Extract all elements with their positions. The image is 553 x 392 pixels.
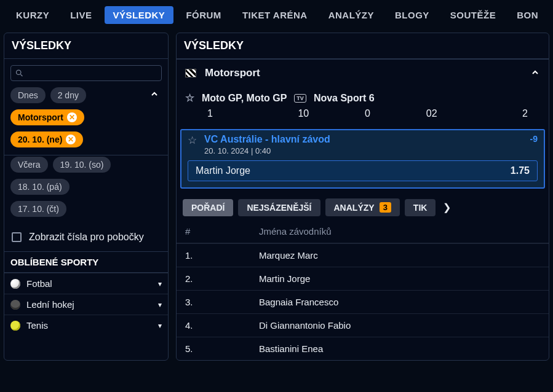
chip-date-1910[interactable]: 19. 10. (so) (53, 157, 111, 173)
sport-header[interactable]: Motorsport (177, 59, 549, 87)
market-col: 1 (207, 108, 271, 119)
market-col: 2 (464, 108, 540, 119)
remove-filter-date-icon[interactable]: ✕ (66, 135, 76, 144)
tab-poradi[interactable]: POŘADÍ (183, 199, 233, 216)
tv-icon: TV (294, 94, 306, 103)
nav-vysledky[interactable]: VÝSLEDKY (105, 6, 174, 24)
fav-sports-heading: OBLÍBENÉ SPORTY (4, 251, 168, 273)
tab-analyzy-label: ANALÝZY (334, 203, 375, 213)
event-card[interactable]: ☆ VC Austrálie - hlavní závod 20. 10. 20… (180, 129, 545, 189)
table-header: # Jména závodníků (177, 220, 549, 243)
filter-chip-date-label: 20. 10. (ne) (18, 135, 62, 144)
filter-chip-sport-label: Motorsport (18, 112, 63, 122)
nav-bon[interactable]: BON (508, 6, 547, 24)
fav-sport-label: Tenis (26, 320, 48, 331)
odd-selection-odds: 1.75 (511, 165, 530, 176)
cell-pos: 1. (185, 250, 259, 261)
puck-icon (10, 300, 20, 310)
market-col: 02 (400, 108, 464, 119)
table-row: 2. Martin Jorge (177, 267, 549, 290)
odd-selection[interactable]: Martin Jorge 1.75 (188, 160, 538, 181)
top-nav: KURZY LIVE VÝSLEDKY FÓRUM TIKET ARÉNA AN… (0, 0, 553, 33)
search-input[interactable] (24, 68, 157, 78)
th-position: # (185, 226, 259, 237)
cell-pos: 4. (185, 320, 259, 331)
main-panel: VÝSLEDKY Motorsport ☆ Moto GP, Moto GP T… (176, 33, 549, 361)
checkered-flag-icon (185, 69, 196, 77)
nav-souteze[interactable]: SOUTĚŽE (442, 6, 504, 24)
tab-tik[interactable]: TIK (405, 199, 436, 216)
cell-name: Martin Jorge (259, 273, 540, 284)
league-row: ☆ Moto GP, Moto GP TV Nova Sport 6 (177, 87, 549, 106)
chevron-down-icon: ▾ (158, 321, 162, 330)
chip-date-1710[interactable]: 17. 10. (čt) (10, 201, 66, 217)
table-row: 4. Di Giannantonio Fabio (177, 313, 549, 337)
nav-kurzy[interactable]: KURZY (7, 6, 58, 24)
search-box[interactable] (10, 65, 162, 81)
tab-analyzy[interactable]: ANALÝZY 3 (325, 198, 400, 216)
main-title: VÝSLEDKY (177, 33, 549, 59)
fav-sport-fotbal[interactable]: Fotbal ▾ (4, 273, 168, 294)
tab-nejsazenejsi[interactable]: NEJSÁZENĚJŠÍ (238, 199, 320, 216)
branch-numbers-label: Zobrazit čísla pro pobočky (29, 232, 144, 243)
tennis-icon (10, 321, 20, 331)
fav-sport-label: Fotbal (26, 278, 52, 289)
cell-name: Marquez Marc (259, 250, 540, 261)
cell-name: Di Giannantonio Fabio (259, 320, 540, 331)
chip-date-1810[interactable]: 18. 10. (pá) (10, 179, 70, 195)
remove-filter-sport-icon[interactable]: ✕ (67, 112, 77, 122)
chip-yesterday[interactable]: Včera (10, 157, 48, 173)
filter-chip-sport[interactable]: Motorsport ✕ (10, 109, 84, 125)
nav-analyzy[interactable]: ANALÝZY (320, 6, 383, 24)
sidebar-title: VÝSLEDKY (4, 33, 168, 59)
analyses-count-badge: 3 (380, 202, 391, 213)
league-name: Moto GP, Moto GP (202, 93, 287, 104)
result-tabs: POŘADÍ NEJSÁZENĚJŠÍ ANALÝZY 3 TIK ❯ (177, 195, 549, 220)
sport-name: Motorsport (205, 67, 260, 79)
cell-name: Bastianini Enea (259, 343, 540, 354)
checkbox-icon (12, 232, 22, 242)
cell-pos: 5. (185, 343, 259, 354)
collapse-sport-icon[interactable] (530, 68, 540, 79)
fav-sport-label: Lední hokej (26, 299, 74, 310)
nav-forum[interactable]: FÓRUM (177, 6, 230, 24)
chip-today[interactable]: Dnes (10, 87, 46, 103)
search-icon (15, 68, 24, 78)
branch-numbers-toggle[interactable]: Zobrazit čísla pro pobočky (4, 223, 168, 251)
table-row: 5. Bastianini Enea (177, 337, 549, 360)
collapse-dates-icon[interactable] (149, 89, 159, 101)
nav-live[interactable]: LIVE (62, 6, 100, 24)
star-icon[interactable]: ☆ (188, 134, 197, 147)
table-row: 3. Bagnaia Francesco (177, 290, 549, 313)
event-datetime: 20. 10. 2024 | 0:40 (204, 146, 330, 155)
event-title: VC Austrálie - hlavní závod (204, 134, 330, 145)
chevron-down-icon: ▾ (158, 280, 162, 288)
market-header-numbers: 1 10 0 02 2 (177, 106, 549, 125)
cell-pos: 3. (185, 297, 259, 307)
chip-2days[interactable]: 2 dny (50, 87, 86, 103)
chevron-right-icon[interactable]: ❯ (443, 202, 451, 213)
nav-tiket-arena[interactable]: TIKET ARÉNA (234, 6, 316, 24)
fav-sport-hokej[interactable]: Lední hokej ▾ (4, 294, 168, 315)
sidebar: VÝSLEDKY Dnes 2 dny Motorsport ✕ 20. 10.… (4, 33, 169, 361)
table-row: 1. Marquez Marc (177, 243, 549, 267)
cell-pos: 2. (185, 273, 259, 284)
event-line-move: -9 (530, 134, 538, 144)
fav-sport-tenis[interactable]: Tenis ▾ (4, 315, 168, 335)
svg-point-0 (16, 70, 20, 74)
svg-line-1 (20, 74, 22, 76)
th-name: Jména závodníků (259, 226, 540, 237)
star-icon[interactable]: ☆ (185, 92, 194, 104)
market-col: 0 (335, 108, 399, 119)
filter-chip-date[interactable]: 20. 10. (ne) ✕ (10, 131, 83, 147)
soccer-icon (10, 279, 20, 289)
cell-name: Bagnaia Francesco (259, 297, 540, 307)
chevron-down-icon: ▾ (158, 300, 162, 309)
odd-selection-name: Martin Jorge (196, 165, 250, 176)
nav-blogy[interactable]: BLOGY (386, 6, 438, 24)
league-channel: Nova Sport 6 (314, 93, 375, 104)
market-col: 10 (271, 108, 335, 119)
